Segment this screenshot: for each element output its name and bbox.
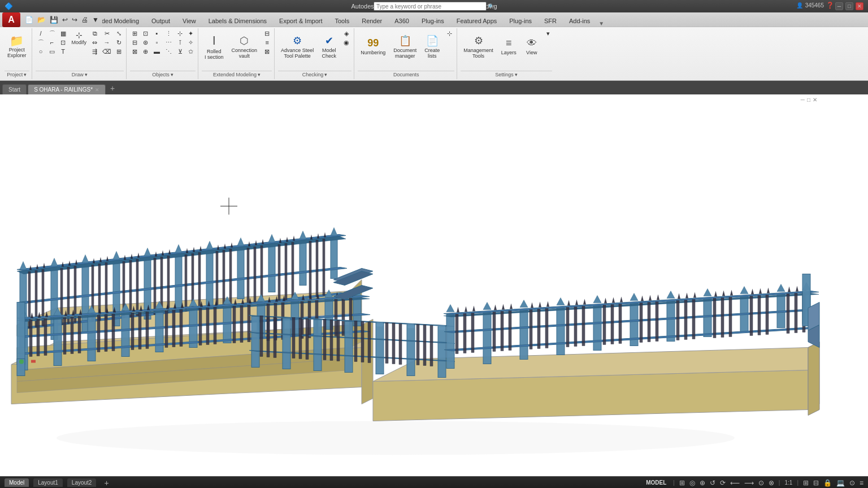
vp-close-icon[interactable]: ✕ [813, 97, 817, 103]
obj-9[interactable]: ▬ [151, 47, 162, 56]
canvas-area[interactable]: ─ □ ✕ N E W TOP LEFT FRONT [0, 94, 868, 476]
tab-export-import[interactable]: Export & Import [273, 14, 328, 27]
ext-btn-1[interactable]: ⊟ [262, 29, 272, 38]
status-workspace-icon[interactable]: ⊟ [813, 479, 819, 487]
qa-open[interactable]: 📂 [36, 15, 47, 24]
app-button[interactable]: A [2, 12, 20, 27]
doc-btn-1[interactable]: ⊹ [445, 29, 454, 38]
group-label-checking[interactable]: Checking ▾ [278, 71, 351, 78]
draw-region-button[interactable]: ⊡ [58, 38, 68, 47]
status-isolate-icon[interactable]: ⊙ [849, 479, 855, 487]
draw-rotate-button[interactable]: ↻ [114, 38, 124, 47]
draw-arc-button[interactable]: ⌒ [47, 29, 58, 38]
doc-tab-start[interactable]: Start [2, 84, 27, 94]
draw-text-button[interactable]: T [58, 47, 68, 56]
obj-10[interactable]: ⋮ [163, 29, 174, 38]
doc-tab-add-button[interactable]: + [107, 82, 118, 94]
obj-7[interactable]: ▪ [151, 29, 162, 38]
status-ortho-icon[interactable]: ⊕ [700, 479, 705, 487]
obj-8[interactable]: ▫ [151, 38, 162, 47]
check-btn-1[interactable]: ◈ [341, 29, 351, 38]
draw-erase-button[interactable]: ⌫ [100, 47, 114, 56]
layers-button[interactable]: ≡ Layers [498, 29, 519, 63]
tab-view[interactable]: View [176, 14, 202, 27]
minimize-button[interactable]: ─ [835, 2, 843, 10]
tab-render[interactable]: Render [355, 14, 388, 27]
qa-new[interactable]: 📄 [24, 15, 34, 24]
management-tools-button[interactable]: ⚙ ManagementTools [461, 29, 496, 63]
obj-11[interactable]: ⋯ [163, 38, 174, 47]
obj-17[interactable]: ✧ [186, 38, 196, 47]
tab-add-ins[interactable]: Add-ins [563, 14, 596, 27]
vp-minimize-icon[interactable]: ─ [801, 97, 805, 103]
group-label-ext-modeling[interactable]: Extended Modeling ▾ [202, 71, 272, 78]
obj-18[interactable]: ✩ [186, 47, 196, 56]
help-icon[interactable]: ❓ [826, 2, 834, 9]
qa-print[interactable]: 🖨 [80, 15, 89, 24]
obj-4[interactable]: ⊡ [141, 29, 150, 38]
qa-undo[interactable]: ↩ [61, 15, 69, 24]
tab-a360[interactable]: A360 [388, 14, 415, 27]
obj-3[interactable]: ⊠ [130, 47, 140, 56]
obj-2[interactable]: ⊟ [130, 38, 140, 47]
group-label-settings[interactable]: Settings ▾ [461, 71, 552, 78]
qa-dropdown[interactable]: ▼ [91, 15, 100, 24]
obj-6[interactable]: ⊕ [141, 47, 150, 56]
doc-tab-railings[interactable]: S OHARA - RAILINGS* ✕ [28, 84, 106, 94]
status-grid-icon[interactable]: ⊞ [679, 479, 685, 487]
group-label-objects[interactable]: Objects ▾ [130, 71, 196, 78]
obj-16[interactable]: ✦ [186, 29, 196, 38]
status-lock-icon[interactable]: 🔒 [823, 479, 832, 487]
tab-featured-apps[interactable]: Featured Apps [450, 14, 504, 27]
status-otrack-icon[interactable]: ⟵ [730, 479, 740, 487]
obj-5[interactable]: ⊛ [141, 38, 150, 47]
search-input[interactable] [374, 2, 487, 11]
group-label-documents[interactable]: Documents [358, 71, 454, 78]
status-tab-model[interactable]: Model [5, 478, 29, 487]
draw-array-button[interactable]: ⊞ [114, 47, 124, 56]
draw-copy-button[interactable]: ⧉ [90, 29, 99, 38]
drawing-canvas[interactable] [0, 94, 868, 476]
qa-save[interactable]: 💾 [49, 15, 59, 24]
view-button[interactable]: 👁 View [522, 29, 542, 63]
restore-button[interactable]: □ [845, 2, 853, 10]
status-anno-icon[interactable]: ⊞ [803, 479, 809, 487]
tab-plugins1[interactable]: Plug-ins [415, 14, 450, 27]
ribbon-overflow[interactable]: ▼ [598, 20, 604, 27]
group-label-project[interactable]: Project ▾ [5, 71, 29, 78]
status-tp-icon[interactable]: ⊗ [769, 479, 774, 487]
document-manager-button[interactable]: 📋 Documentmanager [390, 29, 419, 63]
tab-plugins2[interactable]: Plug-ins [503, 14, 538, 27]
draw-hatch-button[interactable]: ▦ [58, 29, 68, 38]
status-polar-icon[interactable]: ↺ [710, 479, 715, 487]
status-snap-icon[interactable]: ◎ [689, 479, 695, 487]
status-ducs-icon[interactable]: ⟶ [744, 479, 754, 487]
create-lists-button[interactable]: 📄 Createlists [422, 29, 442, 63]
obj-14[interactable]: ⊺ [175, 38, 185, 47]
doc-tab-close-icon[interactable]: ✕ [95, 87, 99, 93]
status-osnap-icon[interactable]: ⟳ [720, 479, 726, 487]
draw-mirror-button[interactable]: ⇔ [90, 38, 99, 47]
draw-extend-button[interactable]: → [100, 38, 114, 47]
draw-offset-button[interactable]: ⇶ [90, 47, 99, 56]
check-btn-2[interactable]: ◉ [341, 38, 351, 47]
numbering-button[interactable]: 99 Numbering [358, 29, 388, 63]
draw-polyline-button[interactable]: ⌒ [36, 38, 46, 47]
tab-sfr[interactable]: SFR [538, 14, 563, 27]
connection-vault-button[interactable]: ⬡ Connectionvault [229, 29, 261, 63]
settings-btn-1[interactable]: ▾ [544, 29, 552, 38]
vp-maximize-icon[interactable]: □ [807, 97, 810, 103]
group-label-draw[interactable]: Draw ▾ [36, 71, 124, 78]
advance-steel-button[interactable]: ⚙ Advance SteelTool Palette [278, 29, 316, 63]
obj-13[interactable]: ⊹ [175, 29, 185, 38]
ext-btn-3[interactable]: ⊠ [262, 47, 272, 56]
status-tab-layout1[interactable]: Layout1 [33, 478, 63, 487]
status-hardware-icon[interactable]: 💻 [836, 479, 845, 487]
obj-12[interactable]: ⋱ [163, 47, 174, 56]
tab-tools[interactable]: Tools [329, 14, 356, 27]
model-check-button[interactable]: ✔ ModelCheck [319, 29, 339, 63]
close-button[interactable]: ✕ [856, 2, 863, 10]
draw-fillet-button[interactable]: ⌐ [47, 38, 58, 47]
status-tab-layout2[interactable]: Layout2 [67, 478, 97, 487]
draw-modify-large-button[interactable]: ⊹ Modify [69, 29, 90, 47]
